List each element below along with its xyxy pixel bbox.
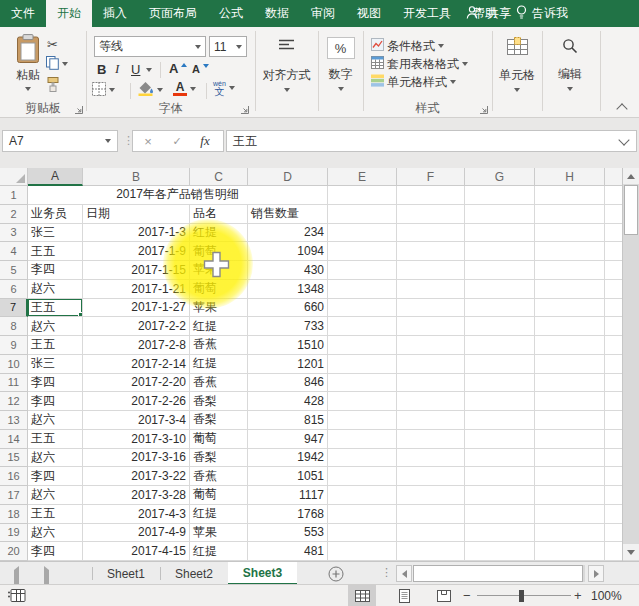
empty-cell[interactable] — [397, 486, 465, 505]
empty-cell[interactable] — [328, 449, 397, 468]
row-header[interactable]: 11 — [0, 374, 28, 393]
empty-cell[interactable] — [397, 411, 465, 430]
empty-cell[interactable] — [397, 280, 465, 299]
empty-cell[interactable] — [328, 317, 397, 336]
cell-quantity[interactable]: 1117 — [248, 486, 328, 505]
phonetic-dropdown-icon[interactable] — [229, 86, 235, 90]
empty-cell[interactable] — [535, 449, 605, 468]
cell-quantity[interactable]: 660 — [248, 299, 328, 318]
view-page-break-button[interactable] — [430, 585, 458, 606]
cell-product[interactable]: 红提 — [190, 355, 248, 374]
tab-formulas[interactable]: 公式 — [208, 0, 254, 27]
empty-cell[interactable] — [328, 261, 397, 280]
row-header[interactable]: 1 — [0, 186, 28, 205]
cell-product[interactable]: 香蕉 — [190, 467, 248, 486]
empty-cell[interactable] — [605, 392, 622, 411]
cell-salesperson[interactable]: 王五 — [28, 299, 83, 318]
cells-button[interactable]: 单元格 — [492, 37, 542, 92]
empty-cell[interactable] — [535, 205, 605, 224]
cell-product[interactable]: 香梨 — [190, 449, 248, 468]
cell-quantity[interactable]: 553 — [248, 524, 328, 543]
font-color-dropdown-icon[interactable] — [190, 87, 196, 91]
cell-styles-button[interactable]: 单元格样式 — [371, 74, 456, 90]
cell-salesperson[interactable]: 赵六 — [28, 411, 83, 430]
row-header[interactable]: 15 — [0, 449, 28, 468]
tab-page-layout[interactable]: 页面布局 — [138, 0, 208, 27]
empty-cell[interactable] — [397, 467, 465, 486]
scroll-up-button[interactable] — [623, 168, 639, 184]
empty-cell[interactable] — [535, 374, 605, 393]
empty-cell[interactable] — [397, 299, 465, 318]
row-header[interactable]: 9 — [0, 336, 28, 355]
empty-cell[interactable] — [465, 524, 535, 543]
bold-button[interactable]: B — [97, 61, 106, 77]
tab-view[interactable]: 视图 — [346, 0, 392, 27]
sheet-tab-sheet2[interactable]: Sheet2 — [160, 562, 228, 585]
editing-button[interactable]: 编辑 — [542, 38, 598, 91]
cell-date[interactable]: 2017-2-26 — [83, 392, 190, 411]
empty-cell[interactable] — [397, 261, 465, 280]
empty-cell[interactable] — [397, 449, 465, 468]
empty-cell[interactable] — [465, 242, 535, 261]
row-header[interactable]: 5 — [0, 261, 28, 280]
cell-date[interactable]: 2017-4-15 — [83, 542, 190, 561]
cell-product[interactable]: 香蕉 — [190, 374, 248, 393]
cell-product[interactable]: 香蕉 — [190, 336, 248, 355]
empty-cell[interactable] — [535, 355, 605, 374]
row-header[interactable]: 18 — [0, 505, 28, 524]
empty-cell[interactable] — [605, 280, 622, 299]
insert-function-icon[interactable]: fx — [191, 133, 219, 149]
cell-salesperson[interactable]: 李四 — [28, 467, 83, 486]
cell-product[interactable]: 香梨 — [190, 392, 248, 411]
sheet-tab-sheet1[interactable]: Sheet1 — [92, 562, 160, 585]
row-header[interactable]: 12 — [0, 392, 28, 411]
row-header[interactable]: 17 — [0, 486, 28, 505]
header-salesperson[interactable]: 业务员 — [28, 205, 83, 224]
format-painter-button[interactable] — [47, 78, 59, 94]
empty-cell[interactable] — [465, 411, 535, 430]
empty-cell[interactable] — [535, 486, 605, 505]
cell-quantity[interactable]: 1051 — [248, 467, 328, 486]
empty-cell[interactable] — [605, 242, 622, 261]
cell-salesperson[interactable]: 赵六 — [28, 486, 83, 505]
fill-color-dropdown-icon[interactable] — [157, 88, 163, 92]
empty-cell[interactable] — [605, 542, 622, 561]
empty-cell[interactable] — [397, 505, 465, 524]
add-sheet-icon[interactable] — [328, 566, 344, 585]
cell-date[interactable]: 2017-1-21 — [83, 280, 190, 299]
empty-cell[interactable] — [465, 336, 535, 355]
decrease-font-button[interactable]: A — [192, 61, 209, 77]
table-header-row[interactable]: 2 业务员 日期 品名 销售数量 — [0, 205, 639, 224]
empty-cell[interactable] — [605, 430, 622, 449]
row-header[interactable]: 8 — [0, 317, 28, 336]
empty-cell[interactable] — [328, 542, 397, 561]
cell-salesperson[interactable]: 王五 — [28, 242, 83, 261]
vertical-scrollbar[interactable] — [622, 168, 639, 561]
clipboard-dialog-launcher-icon[interactable] — [74, 103, 83, 112]
empty-cell[interactable] — [465, 186, 535, 205]
hscroll-left-button[interactable] — [396, 565, 412, 582]
title-row[interactable]: 1 2017年各产品销售明细 — [0, 186, 639, 205]
cell-quantity[interactable]: 481 — [248, 542, 328, 561]
cell-quantity[interactable]: 1348 — [248, 280, 328, 299]
select-all-corner[interactable] — [0, 168, 28, 186]
row-header[interactable]: 4 — [0, 242, 28, 261]
cell-product[interactable]: 香梨 — [190, 411, 248, 430]
empty-cell[interactable] — [465, 392, 535, 411]
empty-cell[interactable] — [465, 467, 535, 486]
empty-cell[interactable] — [328, 355, 397, 374]
tab-home[interactable]: 开始 — [46, 0, 92, 27]
cell-salesperson[interactable]: 赵六 — [28, 524, 83, 543]
cell-salesperson[interactable]: 李四 — [28, 261, 83, 280]
cell-date[interactable]: 2017-1-27 — [83, 299, 190, 318]
empty-cell[interactable] — [328, 242, 397, 261]
column-header-h[interactable]: H — [535, 168, 605, 186]
empty-cell[interactable] — [535, 317, 605, 336]
empty-cell[interactable] — [465, 224, 535, 243]
empty-cell[interactable] — [328, 524, 397, 543]
cell-product[interactable]: 苹果 — [190, 261, 248, 280]
hscroll-right-button[interactable] — [588, 565, 604, 582]
tab-insert[interactable]: 插入 — [92, 0, 138, 27]
empty-cell[interactable] — [328, 486, 397, 505]
formula-expand-icon[interactable] — [618, 134, 629, 145]
